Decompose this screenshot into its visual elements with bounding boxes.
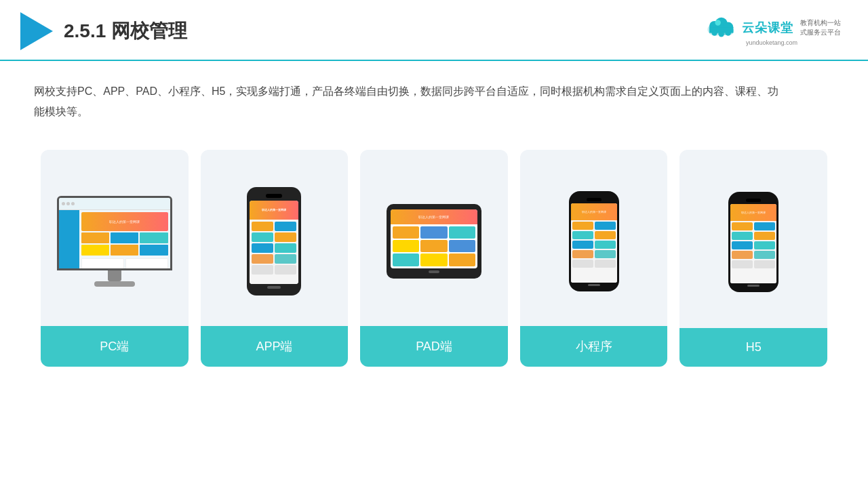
card-miniprogram: 职达人的第一堂网课 (520, 150, 668, 367)
brand-name: 云朵课堂 (742, 20, 793, 36)
miniphone-mockup-2: 职达人的第一堂网课 (728, 192, 778, 292)
phone-body: 职达人的第一堂网课 (247, 187, 301, 296)
card-pc: 职达人的第一堂网课 (41, 150, 189, 367)
tablet-body: 职达人的第一堂网课 (387, 204, 481, 279)
card-pad: 职达人的第一堂网课 (360, 150, 508, 367)
miniphone-notch-2 (746, 199, 761, 202)
svg-point-8 (718, 31, 724, 37)
tablet-home-button (429, 270, 439, 273)
phone-home-button (267, 286, 281, 289)
card-h5: 职达人的第一堂网课 (679, 150, 827, 367)
card-pc-label: PC端 (41, 326, 189, 367)
monitor-screen: 职达人的第一堂网课 (57, 196, 172, 270)
brand-tagline-line1: 教育机构一站 (800, 18, 841, 28)
miniphone-mockup-1: 职达人的第一堂网课 (569, 191, 619, 291)
monitor-mockup: 职达人的第一堂网课 (57, 196, 172, 287)
svg-point-10 (715, 20, 720, 25)
miniphone-screen-2: 职达人的第一堂网课 (730, 204, 776, 283)
page-title: 2.5.1 网校管理 (64, 18, 187, 44)
card-app-image: 职达人的第一堂网课 (201, 150, 349, 326)
svg-point-7 (711, 30, 717, 35)
card-app-label: APP端 (201, 326, 349, 367)
card-h5-image: 职达人的第一堂网课 (679, 150, 827, 328)
brand-tagline-line2: 式服务云平台 (800, 28, 841, 37)
brand-url: yunduoketang.com (746, 39, 797, 46)
miniphone-indicator-2 (747, 285, 760, 287)
card-pad-label: PAD端 (360, 326, 508, 367)
card-miniprogram-label: 小程序 (520, 326, 668, 367)
brand-logo: 云朵课堂 教育机构一站 式服务云平台 yunduoketang.com (703, 17, 841, 46)
logo-triangle-icon (20, 12, 53, 50)
card-pc-image: 职达人的第一堂网课 (41, 150, 189, 326)
cards-row: 职达人的第一堂网课 (34, 150, 834, 367)
cloud-icon (703, 17, 738, 39)
brand-tagline: 教育机构一站 式服务云平台 (800, 18, 841, 37)
miniphone-indicator-1 (588, 284, 600, 286)
tablet-mockup: 职达人的第一堂网课 (387, 204, 481, 279)
svg-point-9 (726, 30, 731, 35)
description-text: 网校支持PC、APP、PAD、小程序、H5，实现多端打通，产品各终端自由切换，数… (34, 81, 780, 123)
header: 2.5.1 网校管理 云朵课堂 教育机构一站 (0, 0, 868, 61)
page-title-num: 2.5.1 (64, 20, 106, 41)
phone-screen: 职达人的第一堂网课 (250, 201, 298, 284)
miniphone-notch-1 (587, 198, 601, 201)
phone-notch (266, 194, 282, 198)
card-app: 职达人的第一堂网课 (201, 150, 349, 367)
card-pad-image: 职达人的第一堂网课 (360, 150, 508, 326)
card-h5-label: H5 (679, 328, 827, 367)
miniphone-screen-1: 职达人的第一堂网课 (571, 203, 617, 283)
content-area: 网校支持PC、APP、PAD、小程序、H5，实现多端打通，产品各终端自由切换，数… (0, 61, 868, 380)
page-title-cn: 网校管理 (111, 20, 187, 41)
brand-cloud: 云朵课堂 教育机构一站 式服务云平台 (703, 17, 841, 39)
phone-mockup: 职达人的第一堂网课 (247, 187, 301, 296)
header-left: 2.5.1 网校管理 (20, 12, 187, 50)
card-miniprogram-image: 职达人的第一堂网课 (520, 150, 668, 326)
tablet-screen: 职达人的第一堂网课 (391, 209, 477, 268)
